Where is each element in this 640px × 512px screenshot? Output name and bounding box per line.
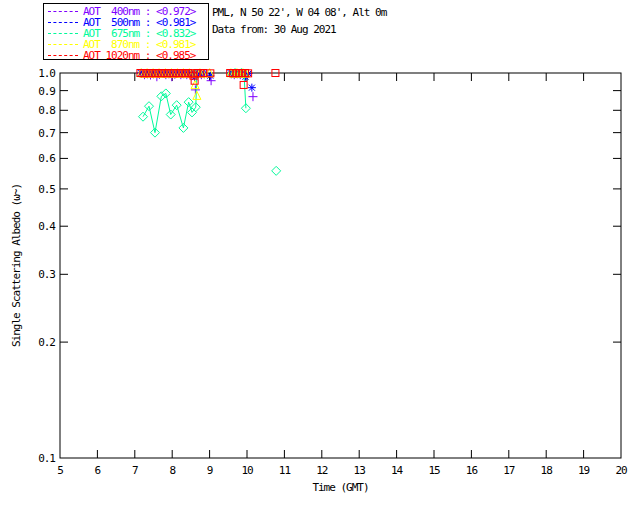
series-aot-675nm	[139, 69, 281, 176]
x-tick-label: 6	[95, 464, 101, 477]
y-tick-label: 0.6	[38, 152, 55, 165]
data-point-marker	[240, 81, 247, 88]
x-tick-label: 17	[503, 464, 515, 477]
x-tick-label: 7	[132, 464, 138, 477]
x-tick-label: 16	[466, 464, 478, 477]
x-axis-title: Time (GMT)	[312, 481, 368, 494]
x-tick-label: 20	[615, 464, 627, 477]
y-tick-label: 0.9	[38, 85, 55, 98]
plot-frame	[60, 73, 621, 458]
x-tick-label: 5	[57, 464, 63, 477]
x-axis: 567891011121314151617181920Time (GMT)	[57, 73, 627, 494]
ssa-chart: 567891011121314151617181920Time (GMT)1.0…	[0, 0, 640, 512]
x-tick-label: 10	[241, 464, 253, 477]
y-tick-label: 0.4	[38, 220, 56, 233]
data-point-marker	[272, 166, 281, 175]
y-tick-label: 0.2	[38, 336, 55, 349]
data-point-marker	[248, 84, 256, 92]
x-tick-label: 18	[541, 464, 553, 477]
x-tick-label: 15	[428, 464, 440, 477]
y-tick-label: 0.8	[38, 104, 55, 117]
y-tick-label: 0.5	[38, 183, 55, 196]
x-tick-label: 14	[391, 464, 404, 477]
x-tick-label: 13	[354, 464, 366, 477]
y-tick-label: 0.1	[38, 452, 55, 465]
y-tick-label: 0.3	[38, 268, 55, 281]
x-tick-label: 11	[279, 464, 291, 477]
y-axis-title: Single Scattering Albedo (ω~)	[10, 184, 23, 347]
x-tick-label: 19	[578, 464, 590, 477]
x-tick-label: 8	[169, 464, 175, 477]
x-tick-label: 12	[316, 464, 328, 477]
data-point-marker	[193, 91, 201, 99]
y-tick-label: 1.0	[38, 67, 55, 80]
data-point-marker	[248, 92, 257, 101]
y-axis: 1.00.90.80.70.60.50.40.30.20.1Single Sca…	[10, 67, 621, 465]
y-tick-label: 0.7	[38, 127, 55, 140]
x-tick-label: 9	[207, 464, 213, 477]
